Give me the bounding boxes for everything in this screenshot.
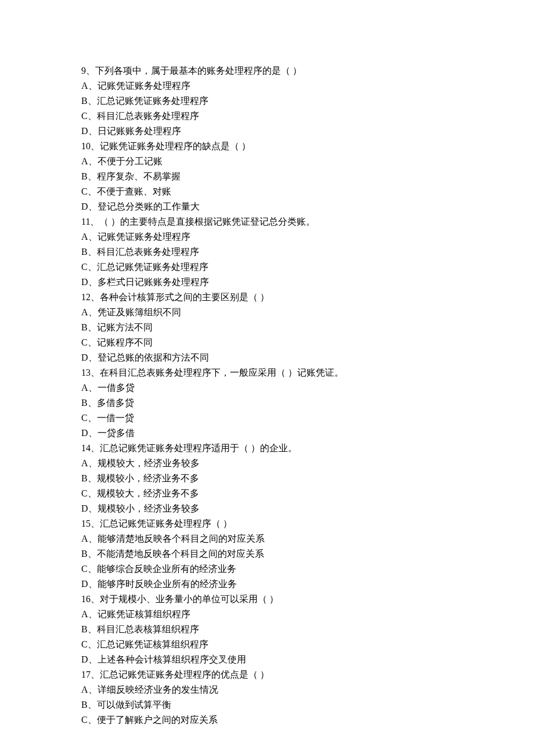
question-option: C、记账程序不同 bbox=[81, 336, 453, 350]
question-stem: 17、汇总记账凭证账务处理程序的优点是（ ） bbox=[81, 668, 453, 682]
question-option: C、科目汇总表账务处理程序 bbox=[81, 109, 453, 123]
question-option: D、能够序时反映企业所有的经济业务 bbox=[81, 577, 453, 591]
question-stem: 11、（ ）的主要特点是直接根据记账凭证登记总分类账。 bbox=[81, 215, 453, 229]
question-option: A、凭证及账簿组织不同 bbox=[81, 305, 453, 319]
question-stem: 12、各种会计核算形式之间的主要区别是（ ） bbox=[81, 290, 453, 304]
question-option: C、便于了解账户之间的对应关系 bbox=[81, 713, 453, 727]
question-option: B、科目汇总表账务处理程序 bbox=[81, 245, 453, 259]
question-option: A、记账凭证账务处理程序 bbox=[81, 230, 453, 244]
question-option: D、规模较小，经济业务较多 bbox=[81, 502, 453, 516]
question-stem: 16、对于规模小、业务量小的单位可以采用（ ） bbox=[81, 592, 453, 606]
question-option: B、记账方法不同 bbox=[81, 321, 453, 334]
question-option: A、规模较大，经济业务较多 bbox=[81, 456, 453, 470]
question-option: A、记账凭证账务处理程序 bbox=[81, 79, 453, 93]
question-option: C、规模较大，经济业务不多 bbox=[81, 487, 453, 501]
question-option: B、科目汇总表核算组织程序 bbox=[81, 622, 453, 636]
question-stem: 15、汇总记账凭证账务处理程序（ ） bbox=[81, 517, 453, 531]
question-option: D、登记总分类账的工作量大 bbox=[81, 200, 453, 214]
question-option: C、一借一贷 bbox=[81, 411, 453, 425]
question-stem: 9、下列各项中，属于最基本的账务处理程序的是（ ） bbox=[81, 64, 453, 78]
question-option: C、汇总记账凭证账务处理程序 bbox=[81, 260, 453, 274]
question-option: A、能够清楚地反映各个科目之间的对应关系 bbox=[81, 532, 453, 546]
question-option: D、多栏式日记账账务处理程序 bbox=[81, 275, 453, 289]
question-option: A、一借多贷 bbox=[81, 381, 453, 395]
question-stem: 10、记账凭证账务处理程序的缺点是（ ） bbox=[81, 139, 453, 153]
question-option: A、详细反映经济业务的发生情况 bbox=[81, 683, 453, 697]
question-stem: 13、在科目汇总表账务处理程序下，一般应采用（ ）记账凭证。 bbox=[81, 366, 453, 380]
question-option: B、多借多贷 bbox=[81, 396, 453, 410]
question-option: B、程序复杂、不易掌握 bbox=[81, 170, 453, 183]
question-option: D、上述各种会计核算组织程序交叉使用 bbox=[81, 653, 453, 667]
question-option: B、汇总记账凭证账务处理程序 bbox=[81, 94, 453, 108]
question-option: B、可以做到试算平衡 bbox=[81, 698, 453, 712]
question-option: D、一贷多借 bbox=[81, 426, 453, 440]
question-option: D、日记账账务处理程序 bbox=[81, 124, 453, 138]
question-option: A、不便于分工记账 bbox=[81, 154, 453, 168]
question-option: B、不能清楚地反映各个科目之间的对应关系 bbox=[81, 547, 453, 561]
question-option: C、能够综合反映企业所有的经济业务 bbox=[81, 562, 453, 576]
question-option: C、不便于查账、对账 bbox=[81, 185, 453, 199]
question-stem: 14、汇总记账凭证账务处理程序适用于（ ）的企业。 bbox=[81, 441, 453, 455]
question-option: B、规模较小，经济业务不多 bbox=[81, 471, 453, 485]
question-option: A、记账凭证核算组织程序 bbox=[81, 607, 453, 621]
question-option: D、登记总账的依据和方法不同 bbox=[81, 351, 453, 365]
question-option: C、汇总记账凭证核算组织程序 bbox=[81, 638, 453, 651]
